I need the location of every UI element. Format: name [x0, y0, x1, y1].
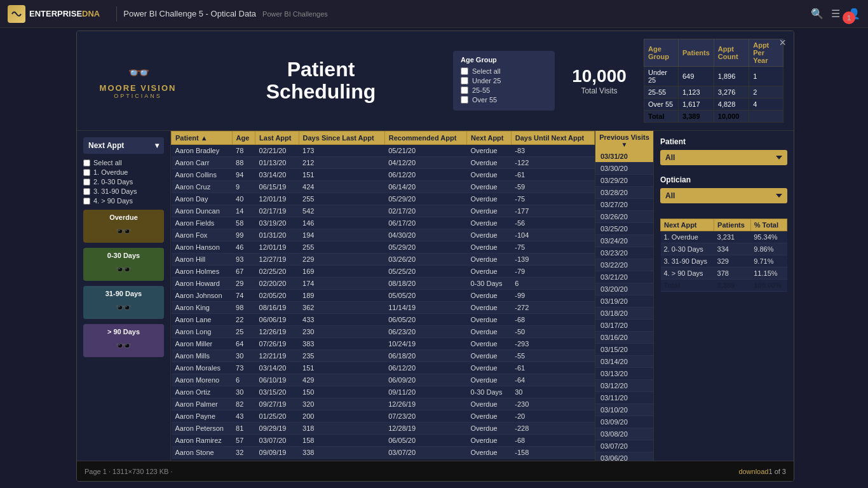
age-checkbox-all[interactable]: [461, 67, 468, 75]
prev-visit-date-item[interactable]: 03/10/20: [595, 404, 653, 416]
category-030-card[interactable]: 0-30 Days 🕶️: [83, 248, 164, 281]
prev-visit-date-item[interactable]: 03/30/20: [595, 163, 653, 175]
age-filter-over55[interactable]: Over 55: [461, 96, 547, 104]
summary-cell: 3,231: [714, 231, 751, 243]
col-days-until[interactable]: Days Until Next Appt: [511, 132, 594, 145]
filter-checkbox-030[interactable]: [83, 179, 90, 186]
prev-visit-date-item[interactable]: 03/14/20: [595, 356, 653, 368]
table-row[interactable]: Aaron Holmes6702/25/2016905/25/20Overdue…: [172, 266, 595, 278]
table-row[interactable]: Aaron Johnson7402/05/2018905/05/20Overdu…: [172, 290, 595, 302]
search-icon[interactable]: 🔍: [811, 8, 824, 20]
age-filter-select-all[interactable]: Select all: [461, 67, 547, 75]
category-overdue-card[interactable]: Overdue 🕶️: [83, 210, 164, 243]
table-row[interactable]: Aaron Carr8801/13/2021204/12/20Overdue-1…: [172, 157, 595, 169]
table-row[interactable]: Aaron Collins9403/14/2015106/12/20Overdu…: [172, 169, 595, 181]
age-filter-under25[interactable]: Under 25: [461, 77, 547, 85]
age-checkbox-over55[interactable]: [461, 96, 468, 104]
prev-visit-date-item[interactable]: 03/21/20: [595, 271, 653, 283]
col-patient[interactable]: Patient ▲: [172, 132, 233, 145]
prev-visit-date-item[interactable]: 03/07/20: [595, 440, 653, 452]
table-row[interactable]: Aaron Long2512/26/1923006/23/20Overdue-5…: [172, 326, 595, 338]
table-row[interactable]: Aaron Peterson8109/29/1931812/28/19Overd…: [172, 423, 595, 435]
filter-overdue[interactable]: 1. Overdue: [83, 168, 164, 176]
filter-3190-days[interactable]: 3. 31-90 Days: [83, 187, 164, 195]
filter-030-days[interactable]: 2. 0-30 Days: [83, 178, 164, 186]
prev-visit-date-item[interactable]: 03/11/20: [595, 392, 653, 404]
prev-visit-date-item[interactable]: 03/20/20: [595, 283, 653, 295]
prev-visit-date-item[interactable]: 03/22/20: [595, 259, 653, 271]
table-row[interactable]: Aaron King9808/16/1936211/14/19Overdue-2…: [172, 302, 595, 314]
prev-visit-date-item[interactable]: 03/31/20: [595, 151, 653, 163]
filter-checkbox-90plus[interactable]: [83, 198, 90, 205]
table-row[interactable]: Aaron Ortiz3003/15/2015009/11/200-30 Day…: [172, 386, 595, 398]
col-days-since[interactable]: Days Since Last Appt: [299, 132, 384, 145]
table-row[interactable]: Aaron Fields5803/19/2014606/17/20Overdue…: [172, 217, 595, 229]
patients-col-header: Patients: [678, 39, 714, 67]
table-scroll[interactable]: Patient ▲ Age Last Appt Days Since Last …: [171, 131, 595, 482]
table-cell: 03/19/20: [255, 217, 299, 229]
summary-cell: 2. 0-30 Days: [661, 243, 714, 255]
close-button[interactable]: ×: [779, 36, 786, 50]
prev-visit-date-item[interactable]: 03/26/20: [595, 211, 653, 223]
filter-checkbox-all[interactable]: [83, 159, 90, 166]
prev-visit-date-item[interactable]: 03/19/20: [595, 295, 653, 308]
user-icon[interactable]: 👤 1: [848, 8, 860, 20]
table-row[interactable]: Aaron Moreno606/10/1942906/09/20Overdue-…: [172, 374, 595, 386]
table-row[interactable]: Aaron Bradley7802/21/2017305/21/20Overdu…: [172, 145, 595, 157]
prev-visit-date-item[interactable]: 03/12/20: [595, 380, 653, 392]
table-row[interactable]: Aaron Howard2902/20/2017408/18/200-30 Da…: [172, 278, 595, 290]
sort-arrow-icon[interactable]: ▼: [599, 141, 649, 148]
prev-visit-date-item[interactable]: 03/09/20: [595, 416, 653, 428]
table-row[interactable]: Aaron Payne4301/25/2020007/23/20Overdue-…: [172, 410, 595, 423]
filter-select-all[interactable]: Select all: [83, 159, 164, 166]
prev-visit-date-item[interactable]: 03/08/20: [595, 428, 653, 440]
table-row[interactable]: Aaron Hanson4612/01/1925505/29/20Overdue…: [172, 241, 595, 254]
filter-checkbox-overdue[interactable]: [83, 169, 90, 176]
prev-visit-date-item[interactable]: 03/23/20: [595, 247, 653, 259]
table-row[interactable]: Aaron Day4012/01/1925505/29/20Overdue-75: [172, 193, 595, 205]
chevron-down-icon[interactable]: ▾: [155, 141, 159, 150]
age-checkbox-25-55[interactable]: [461, 86, 468, 94]
prev-visit-date-item[interactable]: 03/17/20: [595, 320, 653, 332]
prev-visit-date-item[interactable]: 03/24/20: [595, 235, 653, 247]
prev-visit-date-item[interactable]: 03/15/20: [595, 344, 653, 356]
prev-visit-date-item[interactable]: 03/27/20: [595, 199, 653, 211]
table-row[interactable]: Aaron Morales7303/14/2015106/12/20Overdu…: [172, 362, 595, 374]
prev-visit-date-item[interactable]: 03/13/20: [595, 368, 653, 380]
summary-cell: 3,389: [714, 280, 751, 292]
age-checkbox-under25[interactable]: [461, 77, 468, 85]
menu-icon[interactable]: ☰: [831, 8, 840, 20]
table-row[interactable]: Aaron Cruz906/15/1942406/14/20Overdue-59: [172, 181, 595, 193]
download-link[interactable]: download: [738, 468, 768, 475]
col-age[interactable]: Age: [232, 132, 255, 145]
prev-visit-date-item[interactable]: 03/25/20: [595, 223, 653, 235]
prev-visit-date-item[interactable]: 03/16/20: [595, 332, 653, 344]
prev-visit-date-item[interactable]: 03/28/20: [595, 187, 653, 199]
col-next-appt[interactable]: Next Appt: [466, 132, 511, 145]
prev-visit-date-item[interactable]: 03/29/20: [595, 175, 653, 187]
age-table-cell: 25-55: [644, 86, 679, 98]
table-row[interactable]: Aaron Mills3012/21/1923506/18/20Overdue-…: [172, 350, 595, 362]
table-row[interactable]: Aaron Stone3209/09/1933803/07/20Overdue-…: [172, 447, 595, 459]
table-row[interactable]: Aaron Palmer8209/27/1932012/26/19Overdue…: [172, 398, 595, 410]
col-last-appt[interactable]: Last Appt: [255, 132, 299, 145]
summary-cell: 100.00%: [750, 280, 787, 292]
table-row[interactable]: Aaron Hill9312/27/1922903/26/20Overdue-1…: [172, 254, 595, 266]
table-row[interactable]: Aaron Ramirez5703/07/2015806/05/20Overdu…: [172, 435, 595, 447]
table-row[interactable]: Aaron Lane2206/06/1943306/05/20Overdue-6…: [172, 314, 595, 326]
table-cell: 383: [299, 338, 384, 350]
filter-90plus-days[interactable]: 4. > 90 Days: [83, 197, 164, 205]
table-row[interactable]: Aaron Fox9901/31/2019404/30/20Overdue-10…: [172, 229, 595, 241]
table-row[interactable]: Aaron Miller6407/26/1938310/24/19Overdue…: [172, 338, 595, 350]
category-3190-card[interactable]: 31-90 Days 🕶️: [83, 286, 164, 319]
category-90plus-card[interactable]: > 90 Days 🕶️: [83, 324, 164, 357]
next-appt-filter-header[interactable]: Next Appt ▾: [83, 137, 164, 154]
optician-dropdown[interactable]: All: [660, 188, 787, 203]
table-row[interactable]: Aaron Duncan1402/17/1954202/17/20Overdue…: [172, 205, 595, 217]
prev-visit-date-item[interactable]: 03/18/20: [595, 308, 653, 320]
col-recommended-appt[interactable]: Recommended Appt: [384, 132, 466, 145]
filter-checkbox-3190[interactable]: [83, 188, 90, 195]
prev-visits-header[interactable]: Previous Visits ▼: [595, 131, 653, 151]
patient-dropdown[interactable]: All: [660, 150, 787, 165]
age-filter-25-55[interactable]: 25-55: [461, 86, 547, 94]
